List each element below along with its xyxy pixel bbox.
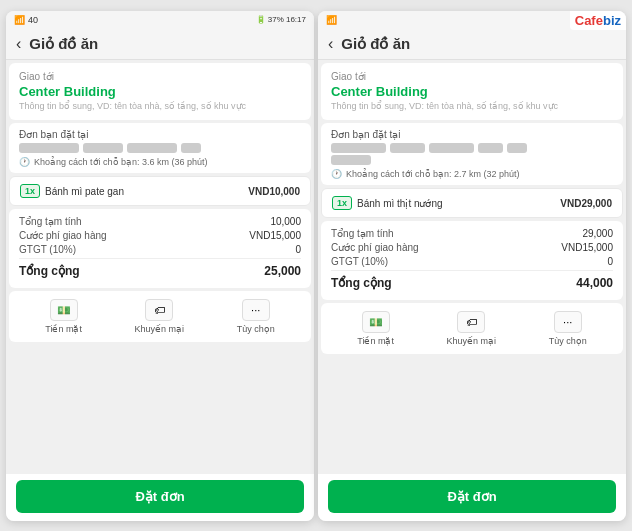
back-button-2[interactable]: ‹: [328, 36, 333, 52]
blur-block-7: [429, 143, 474, 153]
order-from-label-1: Đơn bạn đặt tại: [19, 129, 301, 140]
blur-block-3: [127, 143, 177, 153]
shipping-row-2: Cước phí giao hàng VND15,000: [331, 242, 613, 253]
item-card-1: 1x Bánh mì pate gan VND10,000: [9, 176, 311, 206]
vat-value-1: 0: [295, 244, 301, 255]
blur-block-9: [507, 143, 527, 153]
more-option-1[interactable]: ··· Tùy chọn: [237, 299, 275, 334]
item-price-2: VND29,000: [560, 198, 612, 209]
more-option-2[interactable]: ··· Tùy chọn: [549, 311, 587, 346]
total-value-2: 44,000: [576, 276, 613, 290]
item-qty-name-1: 1x Bánh mì pate gan: [20, 184, 124, 198]
vat-row-2: GTGT (10%) 0: [331, 256, 613, 267]
distance-row-1: 🕐 Khoảng cách tới chỗ bạn: 3.6 km (36 ph…: [19, 157, 301, 167]
signal-icon-2: 📶: [326, 15, 337, 25]
order-button-1[interactable]: Đặt đơn: [16, 480, 304, 513]
blur-block-2: [83, 143, 123, 153]
cash-option-1[interactable]: 💵 Tiền mặt: [45, 299, 82, 334]
status-left-2: 📶: [326, 15, 337, 25]
more-label-1: Tùy chọn: [237, 324, 275, 334]
blur-block-5: [331, 143, 386, 153]
store-blur-1: [19, 143, 301, 153]
vat-label-2: GTGT (10%): [331, 256, 388, 267]
back-button-1[interactable]: ‹: [16, 36, 21, 52]
shipping-value-2: VND15,000: [561, 242, 613, 253]
summary-card-1: Tổng tạm tính 10,000 Cước phí giao hàng …: [9, 209, 311, 288]
blur-block-4: [181, 143, 201, 153]
subtotal-row-2: Tổng tạm tính 29,000: [331, 228, 613, 239]
payment-card-2: 💵 Tiền mặt 🏷 Khuyến mại ··· Tùy chọn: [321, 303, 623, 354]
subtotal-value-2: 29,000: [582, 228, 613, 239]
total-value-1: 25,000: [264, 264, 301, 278]
item-row-1: 1x Bánh mì pate gan VND10,000: [20, 184, 300, 198]
cash-icon-2: 💵: [362, 311, 390, 333]
header-2: ‹ Giỏ đồ ăn: [318, 29, 626, 60]
more-label-2: Tùy chọn: [549, 336, 587, 346]
content-2: Giao tới Center Building Thông tin bổ su…: [318, 60, 626, 474]
order-btn-wrap-2: Đặt đơn: [318, 474, 626, 521]
total-row-1: Tổng cộng 25,000: [19, 258, 301, 278]
delivery-label-1: Giao tới: [19, 71, 301, 82]
store-blur-2: [331, 143, 613, 153]
total-row-2: Tổng cộng 44,000: [331, 270, 613, 290]
order-from-2: Đơn bạn đặt tại 🕐 Khoảng cách tới chỗ bạ…: [321, 123, 623, 185]
status-time-left-1: 40: [28, 15, 38, 25]
phone-panel-2: 📶 🔋 16:17 ‹ Giỏ đồ ăn Giao tới Center Bu…: [318, 11, 626, 521]
watermark-text: Cafebiz: [570, 11, 626, 30]
promo-option-1[interactable]: 🏷 Khuyến mại: [135, 299, 185, 334]
location-hint-2: Thông tin bổ sung, VD: tên tòa nhà, số t…: [331, 101, 613, 113]
distance-text-1: Khoảng cách tới chỗ bạn: 3.6 km (36 phút…: [34, 157, 208, 167]
total-label-2: Tổng cộng: [331, 276, 392, 290]
vat-row-1: GTGT (10%) 0: [19, 244, 301, 255]
watermark-cafe: Cafe: [575, 13, 603, 28]
subtotal-value-1: 10,000: [270, 216, 301, 227]
signal-icon-1: 📶: [14, 15, 25, 25]
promo-option-2[interactable]: 🏷 Khuyến mại: [447, 311, 497, 346]
total-label-1: Tổng cộng: [19, 264, 80, 278]
item-row-2: 1x Bánh mì thịt nướng VND29,000: [332, 196, 612, 210]
cash-option-2[interactable]: 💵 Tiền mặt: [357, 311, 394, 346]
subtotal-row-1: Tổng tạm tính 10,000: [19, 216, 301, 227]
location-name-2[interactable]: Center Building: [331, 84, 613, 99]
delivery-label-2: Giao tới: [331, 71, 613, 82]
header-1: ‹ Giỏ đồ ăn: [6, 29, 314, 60]
status-left-1: 📶 40: [14, 15, 38, 25]
cash-label-2: Tiền mặt: [357, 336, 394, 346]
item-card-2: 1x Bánh mì thịt nướng VND29,000: [321, 188, 623, 218]
distance-row-2: 🕐 Khoảng cách tới chỗ bạn: 2.7 km (32 ph…: [331, 169, 613, 179]
header-title-1: Giỏ đồ ăn: [29, 35, 98, 53]
subtotal-label-1: Tổng tạm tính: [19, 216, 82, 227]
clock-icon-2: 🕐: [331, 169, 342, 179]
vat-label-1: GTGT (10%): [19, 244, 76, 255]
status-right-1: 🔋 37% 16:17: [256, 15, 306, 24]
more-icon-1: ···: [242, 299, 270, 321]
distance-text-2: Khoảng cách tới chỗ bạn: 2.7 km (32 phút…: [346, 169, 520, 179]
delivery-card-2: Giao tới Center Building Thông tin bổ su…: [321, 63, 623, 121]
cash-icon-1: 💵: [50, 299, 78, 321]
phone-panel-1: 📶 40 🔋 37% 16:17 ‹ Giỏ đồ ăn Giao tới Ce…: [6, 11, 314, 521]
payment-card-1: 💵 Tiền mặt 🏷 Khuyến mại ··· Tùy chọn: [9, 291, 311, 342]
promo-icon-1: 🏷: [145, 299, 173, 321]
shipping-label-2: Cước phí giao hàng: [331, 242, 419, 253]
vat-value-2: 0: [607, 256, 613, 267]
shipping-row-1: Cước phí giao hàng VND15,000: [19, 230, 301, 241]
order-btn-wrap-1: Đặt đơn: [6, 474, 314, 521]
order-button-2[interactable]: Đặt đơn: [328, 480, 616, 513]
qty-badge-2: 1x: [332, 196, 352, 210]
item-qty-name-2: 1x Bánh mì thịt nướng: [332, 196, 443, 210]
location-name-1[interactable]: Center Building: [19, 84, 301, 99]
store-blur-2b: [331, 155, 613, 165]
watermark-biz: biz: [603, 13, 621, 28]
delivery-card-1: Giao tới Center Building Thông tin bổ su…: [9, 63, 311, 121]
item-price-1: VND10,000: [248, 186, 300, 197]
blur-block-6: [390, 143, 425, 153]
qty-badge-1: 1x: [20, 184, 40, 198]
blur-block-10: [331, 155, 371, 165]
watermark: Cafebiz: [570, 11, 626, 30]
clock-icon-1: 🕐: [19, 157, 30, 167]
header-title-2: Giỏ đồ ăn: [341, 35, 410, 53]
battery-icon-1: 🔋: [256, 15, 266, 24]
promo-label-2: Khuyến mại: [447, 336, 497, 346]
cash-label-1: Tiền mặt: [45, 324, 82, 334]
content-1: Giao tới Center Building Thông tin bổ su…: [6, 60, 314, 474]
